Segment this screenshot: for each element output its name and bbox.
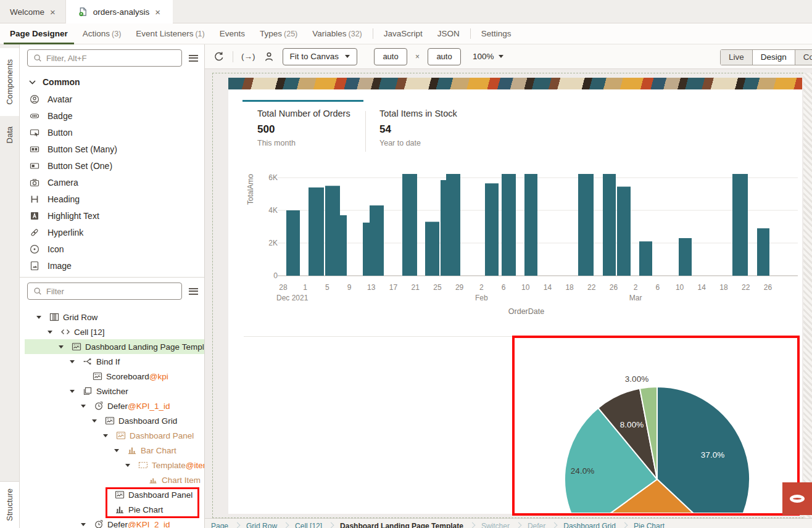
section-common[interactable]: Common [29,77,204,87]
tab-json[interactable]: JSON [430,23,467,44]
breadcrumb-dashboard-landing-page-template[interactable]: Dashboard Landing Page Template [340,522,463,528]
caret-down-icon[interactable] [80,405,94,408]
oracle-assistant-button[interactable] [782,482,812,515]
tab-events[interactable]: Events [212,23,252,44]
bar[interactable] [502,174,516,276]
caret-down-icon[interactable] [102,434,116,437]
component-item-badge[interactable]: Badge [20,107,204,124]
live-mode-shortcut-icon[interactable]: (→) [241,52,255,61]
tab-orders-analysis[interactable]: orders-analysis × [66,0,173,23]
component-item-highlight-text[interactable]: Highlight Text [20,207,204,224]
rail-tab-components[interactable]: Components [0,48,19,116]
bar[interactable] [340,215,347,276]
tree-row-defer[interactable]: Defer@KPI_1_id [25,398,204,413]
tab-actions[interactable]: Actions(3) [75,23,129,44]
menu-icon[interactable] [189,55,198,62]
mode-code-button[interactable]: Code [795,50,812,65]
mode-live-button[interactable]: Live [721,50,752,65]
user-icon[interactable] [263,51,275,62]
tab-types[interactable]: Types(25) [252,23,305,44]
components-search-box[interactable] [27,49,182,67]
caret-down-icon[interactable] [68,360,83,363]
breadcrumb-grid-row[interactable]: Grid Row [246,522,277,528]
tab-welcome[interactable]: Welcome × [0,0,66,23]
bar[interactable] [524,174,537,276]
bar[interactable] [732,174,748,276]
close-icon[interactable]: × [155,7,160,17]
caret-down-icon[interactable] [124,464,138,467]
caret-down-icon[interactable] [68,390,83,393]
structure-search-box[interactable] [27,283,182,300]
rail-tab-structure[interactable]: Structure [0,481,19,528]
tree-row-switcher[interactable]: Switcher [25,384,204,398]
breadcrumb-dashboard-grid[interactable]: Dashboard Grid [563,522,616,528]
kpi-total-orders[interactable]: Total Number of Orders 500 This month [257,109,350,147]
tree-row-template[interactable]: Template@item [25,458,204,472]
tree-row-bar-chart[interactable]: Bar Chart [25,443,204,458]
caret-down-icon[interactable] [113,449,127,452]
caret-down-icon[interactable] [35,316,49,319]
bar[interactable] [402,174,417,276]
tab-event-listeners[interactable]: Event Listeners(1) [128,23,212,44]
bar[interactable] [603,174,616,276]
tree-row-grid-row[interactable]: Grid Row [25,310,204,324]
components-filter-input[interactable] [46,54,176,63]
bar[interactable] [425,222,439,276]
component-item-button[interactable]: Button [20,124,204,141]
caret-down-icon[interactable] [57,345,72,349]
tree-row-scoreboard[interactable]: Scoreboard@kpi [25,369,204,384]
bar[interactable] [309,188,324,276]
canvas-width-input[interactable] [374,48,407,65]
breadcrumb-defer[interactable]: Defer [528,522,545,528]
tree-row-chart-item[interactable]: Chart Item [25,472,204,487]
tree-row-dashboard-landing-page-template[interactable]: Dashboard Landing Page Template [25,339,204,354]
refresh-icon[interactable] [213,51,225,62]
tab-settings[interactable]: Settings [474,23,519,44]
bar[interactable] [679,238,692,276]
component-item-hyperlink[interactable]: Hyperlink [20,224,204,241]
component-item-image[interactable]: Image [20,257,204,274]
tree-row-dashboard-panel[interactable]: Dashboard Panel [25,428,204,443]
bar[interactable] [325,186,340,276]
tree-row-bind-if[interactable]: Bind If [25,354,204,369]
zoom-dropdown[interactable]: 100% [473,52,503,61]
fit-to-canvas-dropdown[interactable]: Fit to Canvas [283,48,358,65]
component-item-camera[interactable]: Camera [20,174,204,191]
rail-tab-data[interactable]: Data [0,117,19,153]
bar[interactable] [617,187,631,276]
caret-down-icon[interactable] [46,331,60,334]
bar[interactable] [757,228,769,276]
pie-chart[interactable]: 3.00%8.00%24.0%37.0% [513,337,800,513]
bar[interactable] [363,223,370,276]
caret-down-icon[interactable] [80,523,94,526]
tab-page-designer[interactable]: Page Designer [2,23,75,44]
tree-row-defer[interactable]: Defer@KPI_2_id [25,517,204,528]
breadcrumb-cell-12-[interactable]: Cell [12] [295,522,322,528]
bar[interactable] [286,210,300,276]
tree-row-dashboard-panel[interactable]: Dashboard Panel [25,487,204,502]
component-item-button-set-many-[interactable]: Button Set (Many) [20,141,204,157]
breadcrumb-switcher[interactable]: Switcher [481,522,510,528]
tree-row-cell-12-[interactable]: Cell [12] [25,324,204,339]
close-icon[interactable]: × [50,7,56,17]
bar[interactable] [485,183,499,276]
tab-variables[interactable]: Variables(32) [305,23,370,44]
design-canvas[interactable]: Total Number of Orders 500 This month To… [205,69,812,528]
bar[interactable] [441,180,446,276]
menu-icon[interactable] [189,288,198,295]
bar[interactable] [370,205,384,276]
tree-row-dashboard-grid[interactable]: Dashboard Grid [25,413,204,428]
structure-filter-input[interactable] [46,287,176,296]
kpi-items-in-stock[interactable]: Total Items in Stock 54 Year to date [379,109,457,147]
component-item-button-set-one-[interactable]: Button Set (One) [20,157,204,174]
breadcrumb-page[interactable]: Page [211,522,228,528]
component-item-icon[interactable]: Icon [20,241,204,257]
breadcrumb-pie-chart[interactable]: Pie Chart [634,522,665,528]
bar-chart[interactable]: 02K4K6K281591317212529261014182226261014… [244,174,802,322]
tree-row-pie-chart[interactable]: Pie Chart [25,502,204,517]
tab-javascript[interactable]: JavaScript [376,23,430,44]
bar[interactable] [446,174,460,276]
mode-design-button[interactable]: Design [752,50,795,65]
caret-down-icon[interactable] [91,419,105,423]
bar[interactable] [578,174,594,276]
